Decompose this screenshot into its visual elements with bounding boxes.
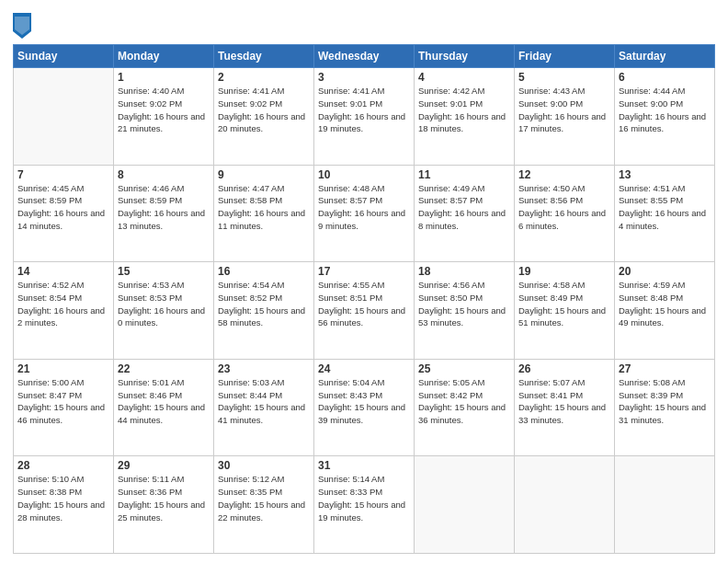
calendar-cell: 20Sunrise: 4:59 AMSunset: 8:48 PMDayligh…: [615, 262, 715, 360]
calendar-cell: 14Sunrise: 4:52 AMSunset: 8:54 PMDayligh…: [14, 262, 114, 360]
day-number: 30: [218, 459, 310, 472]
calendar-cell: 22Sunrise: 5:01 AMSunset: 8:46 PMDayligh…: [114, 359, 214, 456]
calendar-cell: 3Sunrise: 4:41 AMSunset: 9:01 PMDaylight…: [314, 68, 415, 166]
logo: [13, 13, 35, 39]
day-info: Sunrise: 4:44 AMSunset: 9:00 PMDaylight:…: [619, 85, 711, 135]
calendar-cell: 13Sunrise: 4:51 AMSunset: 8:55 PMDayligh…: [615, 165, 715, 262]
day-info: Sunrise: 4:55 AMSunset: 8:51 PMDaylight:…: [318, 279, 410, 329]
calendar-cell: 16Sunrise: 4:54 AMSunset: 8:52 PMDayligh…: [214, 262, 314, 360]
day-number: 9: [218, 168, 310, 181]
calendar-cell: 11Sunrise: 4:49 AMSunset: 8:57 PMDayligh…: [415, 165, 515, 262]
logo-icon: [13, 13, 31, 39]
day-number: 27: [619, 362, 711, 375]
day-number: 17: [318, 265, 410, 278]
day-info: Sunrise: 4:48 AMSunset: 8:57 PMDaylight:…: [318, 182, 410, 233]
calendar-cell: 18Sunrise: 4:56 AMSunset: 8:50 PMDayligh…: [415, 262, 515, 360]
day-number: 25: [418, 362, 510, 375]
calendar-cell: 12Sunrise: 4:50 AMSunset: 8:56 PMDayligh…: [515, 165, 615, 262]
calendar-cell: 23Sunrise: 5:03 AMSunset: 8:44 PMDayligh…: [214, 359, 314, 456]
day-info: Sunrise: 5:05 AMSunset: 8:42 PMDaylight:…: [418, 376, 510, 427]
day-info: Sunrise: 4:43 AMSunset: 9:00 PMDaylight:…: [518, 85, 610, 135]
calendar-cell: 21Sunrise: 5:00 AMSunset: 8:47 PMDayligh…: [14, 359, 114, 456]
day-number: 1: [118, 71, 210, 84]
calendar-cell: 15Sunrise: 4:53 AMSunset: 8:53 PMDayligh…: [114, 262, 214, 360]
calendar-header-tuesday: Tuesday: [214, 45, 314, 68]
calendar-week-row: 1Sunrise: 4:40 AMSunset: 9:02 PMDaylight…: [14, 68, 715, 166]
calendar-header-sunday: Sunday: [14, 45, 114, 68]
day-info: Sunrise: 5:03 AMSunset: 8:44 PMDaylight:…: [218, 376, 310, 427]
calendar-week-row: 28Sunrise: 5:10 AMSunset: 8:38 PMDayligh…: [14, 456, 715, 554]
calendar-cell: 7Sunrise: 4:45 AMSunset: 8:59 PMDaylight…: [14, 165, 114, 262]
calendar-table: SundayMondayTuesdayWednesdayThursdayFrid…: [13, 44, 715, 554]
day-number: 18: [418, 265, 510, 278]
calendar-cell: 6Sunrise: 4:44 AMSunset: 9:00 PMDaylight…: [615, 68, 715, 166]
day-number: 15: [118, 265, 210, 278]
calendar-cell: 29Sunrise: 5:11 AMSunset: 8:36 PMDayligh…: [114, 456, 214, 554]
calendar-header-friday: Friday: [515, 45, 615, 68]
calendar-header-saturday: Saturday: [615, 45, 715, 68]
day-info: Sunrise: 5:11 AMSunset: 8:36 PMDaylight:…: [118, 473, 210, 523]
calendar-cell: 9Sunrise: 4:47 AMSunset: 8:58 PMDaylight…: [214, 165, 314, 262]
day-number: 11: [418, 168, 510, 181]
day-info: Sunrise: 4:49 AMSunset: 8:57 PMDaylight:…: [418, 182, 510, 233]
calendar-week-row: 21Sunrise: 5:00 AMSunset: 8:47 PMDayligh…: [14, 359, 715, 456]
calendar-cell: [515, 456, 615, 554]
calendar-cell: [14, 68, 114, 166]
calendar-cell: 31Sunrise: 5:14 AMSunset: 8:33 PMDayligh…: [314, 456, 415, 554]
page: SundayMondayTuesdayWednesdayThursdayFrid…: [0, 0, 728, 563]
calendar-header-wednesday: Wednesday: [314, 45, 415, 68]
calendar-cell: 5Sunrise: 4:43 AMSunset: 9:00 PMDaylight…: [515, 68, 615, 166]
day-info: Sunrise: 4:50 AMSunset: 8:56 PMDaylight:…: [518, 182, 610, 233]
day-info: Sunrise: 5:12 AMSunset: 8:35 PMDaylight:…: [218, 473, 310, 523]
day-info: Sunrise: 5:01 AMSunset: 8:46 PMDaylight:…: [118, 376, 210, 427]
calendar-cell: 25Sunrise: 5:05 AMSunset: 8:42 PMDayligh…: [415, 359, 515, 456]
day-info: Sunrise: 4:54 AMSunset: 8:52 PMDaylight:…: [218, 279, 310, 329]
calendar-week-row: 7Sunrise: 4:45 AMSunset: 8:59 PMDaylight…: [14, 165, 715, 262]
day-info: Sunrise: 5:14 AMSunset: 8:33 PMDaylight:…: [318, 473, 410, 523]
calendar-cell: 4Sunrise: 4:42 AMSunset: 9:01 PMDaylight…: [415, 68, 515, 166]
calendar-cell: 10Sunrise: 4:48 AMSunset: 8:57 PMDayligh…: [314, 165, 415, 262]
day-info: Sunrise: 5:07 AMSunset: 8:41 PMDaylight:…: [518, 376, 610, 427]
calendar-header-monday: Monday: [114, 45, 214, 68]
calendar-header-thursday: Thursday: [415, 45, 515, 68]
day-number: 16: [218, 265, 310, 278]
day-number: 3: [318, 71, 410, 84]
day-info: Sunrise: 4:59 AMSunset: 8:48 PMDaylight:…: [619, 279, 711, 329]
day-number: 24: [318, 362, 410, 375]
day-number: 6: [619, 71, 711, 84]
calendar-cell: 30Sunrise: 5:12 AMSunset: 8:35 PMDayligh…: [214, 456, 314, 554]
day-info: Sunrise: 5:00 AMSunset: 8:47 PMDaylight:…: [17, 376, 109, 427]
day-info: Sunrise: 4:51 AMSunset: 8:55 PMDaylight:…: [619, 182, 711, 233]
day-number: 23: [218, 362, 310, 375]
day-info: Sunrise: 5:10 AMSunset: 8:38 PMDaylight:…: [17, 473, 109, 523]
calendar-cell: 27Sunrise: 5:08 AMSunset: 8:39 PMDayligh…: [615, 359, 715, 456]
day-info: Sunrise: 5:04 AMSunset: 8:43 PMDaylight:…: [318, 376, 410, 427]
calendar-cell: 8Sunrise: 4:46 AMSunset: 8:59 PMDaylight…: [114, 165, 214, 262]
day-info: Sunrise: 4:56 AMSunset: 8:50 PMDaylight:…: [418, 279, 510, 329]
day-number: 2: [218, 71, 310, 84]
calendar-cell: [615, 456, 715, 554]
day-number: 21: [17, 362, 109, 375]
calendar-cell: 24Sunrise: 5:04 AMSunset: 8:43 PMDayligh…: [314, 359, 415, 456]
day-number: 31: [318, 459, 410, 472]
day-number: 4: [418, 71, 510, 84]
calendar-cell: 2Sunrise: 4:41 AMSunset: 9:02 PMDaylight…: [214, 68, 314, 166]
day-info: Sunrise: 4:53 AMSunset: 8:53 PMDaylight:…: [118, 279, 210, 329]
day-info: Sunrise: 4:41 AMSunset: 9:02 PMDaylight:…: [218, 85, 310, 135]
day-info: Sunrise: 4:47 AMSunset: 8:58 PMDaylight:…: [218, 182, 310, 233]
day-number: 5: [518, 71, 610, 84]
day-number: 8: [118, 168, 210, 181]
day-number: 28: [17, 459, 109, 472]
day-number: 13: [619, 168, 711, 181]
calendar-week-row: 14Sunrise: 4:52 AMSunset: 8:54 PMDayligh…: [14, 262, 715, 360]
day-number: 29: [118, 459, 210, 472]
day-number: 19: [518, 265, 610, 278]
header: [13, 9, 715, 39]
day-number: 14: [17, 265, 109, 278]
day-number: 20: [619, 265, 711, 278]
day-number: 12: [518, 168, 610, 181]
day-info: Sunrise: 4:52 AMSunset: 8:54 PMDaylight:…: [17, 279, 109, 329]
calendar-cell: 17Sunrise: 4:55 AMSunset: 8:51 PMDayligh…: [314, 262, 415, 360]
day-number: 7: [17, 168, 109, 181]
calendar-cell: 26Sunrise: 5:07 AMSunset: 8:41 PMDayligh…: [515, 359, 615, 456]
